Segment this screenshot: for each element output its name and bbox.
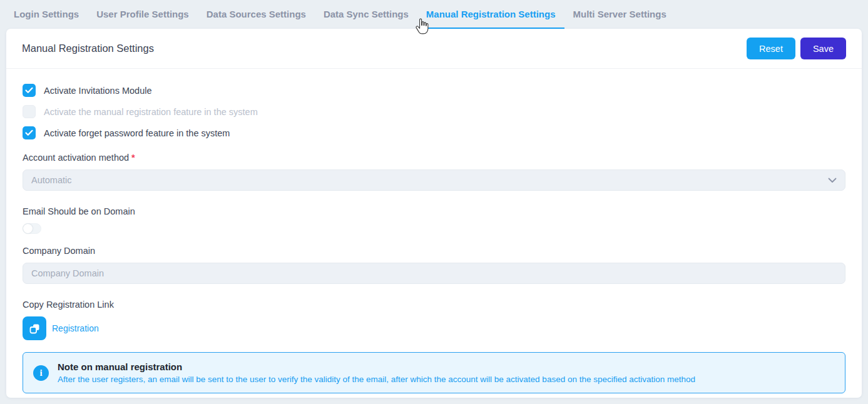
toggle-knob <box>23 224 33 233</box>
info-icon: i <box>33 365 49 381</box>
checkbox-label: Activate Invitations Module <box>44 86 151 96</box>
registration-link[interactable]: Registration <box>52 323 99 333</box>
note-body: After the user registers, an email will … <box>58 375 695 384</box>
tab-multi-server-settings[interactable]: Multi Server Settings <box>564 9 675 29</box>
copy-registration-link-label: Copy Registration Link <box>23 300 845 310</box>
chevron-down-icon <box>828 178 837 183</box>
note-title: Note on manual registration <box>58 361 695 372</box>
required-asterisk: * <box>131 153 135 163</box>
tab-login-settings[interactable]: Login Settings <box>5 9 88 29</box>
company-domain-label: Company Domain <box>23 246 845 256</box>
tab-data-sources-settings[interactable]: Data Sources Settings <box>198 9 315 29</box>
checkbox-row-manual-registration[interactable]: Activate the manual registration feature… <box>23 105 845 118</box>
page-title: Manual Registration Settings <box>22 43 154 54</box>
checkbox-unchecked-icon[interactable] <box>23 105 36 118</box>
reset-button[interactable]: Reset <box>747 38 795 59</box>
account-activation-method-label: Account activation method* <box>23 153 845 163</box>
panel-header: Manual Registration Settings Reset Save <box>6 29 862 69</box>
note-box: i Note on manual registration After the … <box>23 352 845 393</box>
checkbox-row-invitations-module[interactable]: Activate Invitations Module <box>23 84 845 97</box>
copy-registration-row: Registration <box>23 316 845 340</box>
field-label-text: Account activation method <box>23 153 129 163</box>
select-selected-value: Automatic <box>31 175 71 185</box>
tab-manual-registration-settings[interactable]: Manual Registration Settings <box>417 9 564 29</box>
check-icon <box>25 87 33 94</box>
header-actions: Reset Save <box>747 38 846 59</box>
email-domain-label: Email Should be on Domain <box>23 206 845 216</box>
save-button[interactable]: Save <box>800 38 846 59</box>
company-domain-input[interactable] <box>23 263 845 284</box>
manual-registration-panel: Manual Registration Settings Reset Save … <box>6 29 862 398</box>
copy-link-button[interactable] <box>23 316 46 340</box>
checkbox-label: Activate forget password feature in the … <box>44 128 230 138</box>
tab-data-sync-settings[interactable]: Data Sync Settings <box>315 9 417 29</box>
settings-tab-bar: Login Settings User Profile Settings Dat… <box>0 0 868 29</box>
checkbox-row-forget-password[interactable]: Activate forget password feature in the … <box>23 126 845 139</box>
checkbox-checked-icon[interactable] <box>23 84 36 97</box>
check-icon <box>25 129 33 136</box>
account-activation-method-select[interactable]: Automatic <box>23 169 845 191</box>
checkbox-label: Activate the manual registration feature… <box>44 107 258 117</box>
email-domain-toggle[interactable] <box>23 223 41 234</box>
tab-user-profile-settings[interactable]: User Profile Settings <box>88 9 198 29</box>
note-content: Note on manual registration After the us… <box>58 361 695 384</box>
copy-icon <box>29 323 41 335</box>
checkbox-checked-icon[interactable] <box>23 126 36 139</box>
panel-body: Activate Invitations Module Activate the… <box>6 69 862 404</box>
